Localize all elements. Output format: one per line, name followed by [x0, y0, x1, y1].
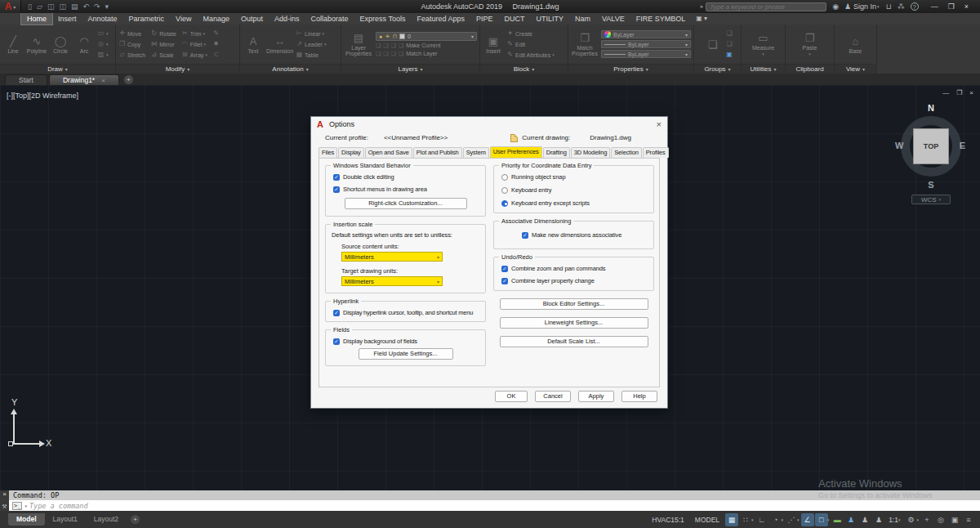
tab-selection[interactable]: Selection [611, 147, 642, 158]
panel-label-properties[interactable]: Properties▾ [568, 64, 693, 74]
panel-label-clipboard[interactable]: Clipboard [786, 64, 834, 74]
make-current-tool[interactable]: Make Current [406, 43, 440, 48]
lineweight-dropdown[interactable]: ByLayer ▾ [601, 40, 691, 48]
redo-icon[interactable]: ↷ [94, 0, 100, 13]
isolate-objects-icon[interactable]: ◎ [934, 513, 947, 526]
new-layout-button[interactable]: + [131, 515, 140, 524]
checkbox-combine-layer-property-change[interactable]: ✓ Combine layer property change [501, 277, 648, 284]
panel-label-layers[interactable]: Layers▾ [341, 64, 479, 74]
offset-tool[interactable]: ⊂ [212, 51, 220, 60]
help-button[interactable]: Help [621, 391, 657, 402]
file-tab-start[interactable]: Start [5, 74, 47, 85]
tab-files[interactable]: Files [318, 147, 337, 158]
search-icon[interactable]: ◉ [832, 2, 839, 11]
search-collapse-icon[interactable]: ▸ [701, 3, 704, 10]
rectangle-tool[interactable]: ▭▾ [97, 29, 109, 38]
array-tool[interactable]: ⊞Array▾ [181, 51, 207, 60]
viewcube[interactable]: N W E S TOP WCS ▾ [895, 103, 967, 209]
model-tab[interactable]: Model [8, 513, 45, 526]
scale-tool[interactable]: ⊿Scale [150, 51, 176, 60]
annotation-visibility-toggle[interactable]: ♟ [844, 513, 858, 526]
apply-button[interactable]: Apply [578, 391, 614, 402]
command-close-icon[interactable]: × [2, 491, 7, 498]
arc-tool[interactable]: ◠ Arc [74, 35, 95, 54]
dimension-tool[interactable]: ↔ Dimension [266, 35, 293, 54]
block-editor-settings-button[interactable]: Block Editor Settings... [500, 298, 648, 310]
window-restore-button[interactable]: ❐ [948, 2, 955, 11]
text-tool[interactable]: A Text [243, 35, 264, 54]
table-tool[interactable]: ▦Table [296, 51, 326, 60]
panel-label-block[interactable]: Block▾ [480, 64, 568, 74]
layer-tool-icon[interactable]: ❏ [376, 51, 381, 57]
tab-user-preferences[interactable]: User Preferences [490, 146, 542, 158]
panel-label-view[interactable]: View▾ [835, 64, 876, 74]
lineweight-display-toggle[interactable]: ▬ [831, 513, 844, 526]
ribbon-tab-insert[interactable]: Insert [52, 13, 82, 25]
ribbon-tab-utility[interactable]: UTILITY [530, 13, 569, 25]
ribbon-tab-pipe[interactable]: PIPE [470, 13, 499, 25]
dialog-close-button[interactable]: × [657, 120, 662, 129]
clean-screen-icon[interactable]: ▣ [948, 513, 961, 526]
polar-tracking-toggle[interactable]: ◔ [769, 513, 782, 526]
checkbox-double-click-editing[interactable]: ✓ Double click editing [333, 173, 480, 181]
linear-dimension-tool[interactable]: ⊢Linear▾ [296, 29, 326, 38]
target-drawing-units-dropdown[interactable]: Millimeters ▾ [341, 276, 443, 286]
polyline-tool[interactable]: ∿ Polyline [26, 35, 47, 54]
ungroup-tool[interactable]: ❏ [726, 29, 733, 38]
layer-tool-icon[interactable]: ❏ [399, 43, 403, 49]
ortho-mode-toggle[interactable]: ∟ [755, 513, 768, 526]
open-file-icon[interactable]: ▱ [37, 0, 42, 13]
edit-attributes-tool[interactable]: ✎Edit Attributes▾ [506, 51, 555, 60]
ribbon-tab-featured-apps[interactable]: Featured Apps [411, 13, 470, 25]
isodraft-toggle[interactable]: ⋰ [785, 513, 798, 526]
object-color-dropdown[interactable]: ByLayer ▾ [601, 30, 691, 38]
explode-tool[interactable]: ✹ [212, 40, 220, 49]
viewcube-east[interactable]: E [960, 141, 965, 150]
media-panel-icon[interactable]: ▣ ▾ [691, 13, 712, 25]
field-update-settings-button[interactable]: Field Update Settings... [359, 348, 453, 360]
source-content-units-dropdown[interactable]: Millimeters ▾ [341, 252, 443, 262]
autoscale-toggle[interactable]: ♟ [858, 513, 871, 526]
plot-icon[interactable]: ▤ [71, 0, 78, 13]
group-tool[interactable]: ❏ [702, 38, 724, 51]
rotate-tool[interactable]: ↻Rotate [150, 29, 176, 38]
workspace-switching-gear-icon[interactable]: ⚙ [904, 513, 917, 526]
new-drawing-tab-button[interactable]: + [124, 75, 133, 84]
viewcube-top-face[interactable]: TOP [913, 128, 949, 164]
chevron-down-icon[interactable]: ▾ [827, 517, 830, 522]
right-click-customization-button[interactable]: Right-click Customization... [345, 198, 467, 209]
layer-tool-icon[interactable]: ❏ [391, 43, 396, 49]
checkbox-display-hyperlink-cursor[interactable]: ✓ Display hyperlink cursor, tooltip, and… [333, 309, 480, 316]
ribbon-tab-valve[interactable]: VALVE [596, 13, 630, 25]
ribbon-tab-express-tools[interactable]: Express Tools [354, 13, 412, 25]
app-menu-button[interactable]: A ▾ [0, 0, 21, 13]
ribbon-tab-parametric[interactable]: Parametric [123, 13, 171, 25]
checkbox-make-new-dimensions-associative[interactable]: ✓ Make new dimensions associative [522, 231, 648, 239]
group-selection-tool[interactable]: ▣ [726, 51, 733, 60]
ok-button[interactable]: OK [495, 391, 528, 402]
options-dialog-titlebar[interactable]: A Options × [311, 117, 667, 132]
tab-plot-and-publish[interactable]: Plot and Publish [413, 147, 462, 158]
ribbon-tab-nam[interactable]: Nam [569, 13, 596, 25]
stretch-tool[interactable]: ▱Stretch [118, 51, 145, 60]
panel-label-draw[interactable]: Draw▾ [0, 64, 115, 74]
create-block-tool[interactable]: ✦Create [506, 29, 555, 38]
tab-system[interactable]: System [463, 147, 489, 158]
window-close-button[interactable]: × [964, 2, 969, 11]
customization-menu-icon[interactable]: ≡ [962, 513, 975, 526]
snap-mode-toggle[interactable]: ∷ [739, 513, 752, 526]
circle-tool[interactable]: ◯ Circle [50, 35, 71, 54]
wcs-menu[interactable]: WCS ▾ [911, 195, 951, 204]
chevron-down-icon[interactable]: ▾ [916, 517, 919, 522]
chevron-down-icon[interactable]: ▾ [797, 517, 800, 522]
paste-tool[interactable]: ❐ Paste ▾ [800, 32, 821, 56]
mirror-tool[interactable]: ⋈Mirror [150, 40, 176, 49]
chevron-down-icon[interactable]: ▾ [782, 517, 784, 522]
command-customize-wrench-icon[interactable]: ⚒ [2, 503, 7, 510]
grid-display-toggle[interactable]: ▦ [725, 513, 738, 526]
layer-tool-icon[interactable]: ❏ [383, 51, 388, 57]
radio-running-object-snap[interactable]: Running object snap [501, 173, 648, 181]
checkbox-combine-zoom-pan[interactable]: ✓ Combine zoom and pan commands [501, 265, 648, 272]
default-scale-list-button[interactable]: Default Scale List... [500, 336, 648, 347]
match-properties-tool[interactable]: ❐ Match Properties [571, 32, 599, 56]
